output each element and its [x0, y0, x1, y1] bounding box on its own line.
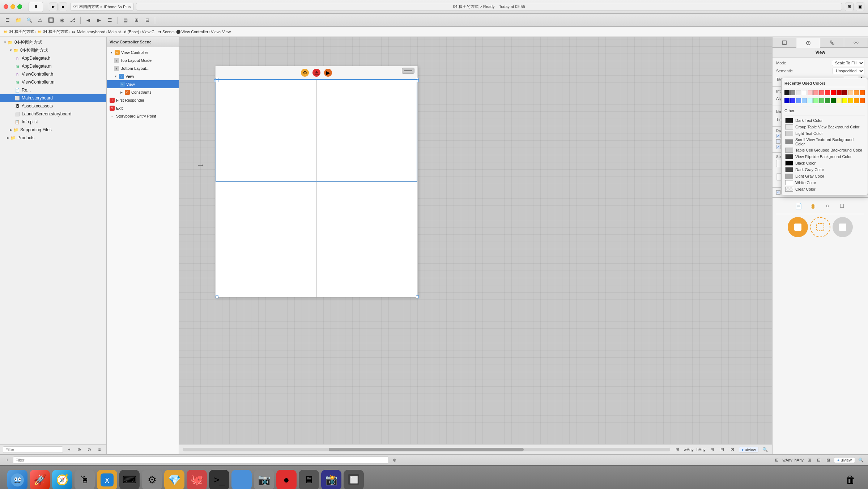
- scene-item-entry[interactable]: → Storyboard Entry Point: [107, 112, 179, 120]
- dock-xcode[interactable]: X: [97, 470, 117, 489]
- list-icon[interactable]: ≡: [95, 446, 103, 454]
- sidebar-item-assets[interactable]: 🖼 Assets.xcassets: [0, 102, 106, 110]
- circle-type-icon[interactable]: ○: [822, 200, 833, 212]
- swatch-3[interactable]: [796, 90, 801, 95]
- dock-monitor[interactable]: 🖥: [299, 470, 319, 489]
- zoom-bar-icon[interactable]: ⊟: [815, 456, 822, 464]
- size-bar-icon[interactable]: ⊞: [806, 456, 813, 464]
- bc-storyboard-base[interactable]: Main.st...d (Base): [108, 30, 139, 34]
- scene-item-firstresponder[interactable]: ! First Responder: [107, 96, 179, 104]
- file-type-icon[interactable]: 📄: [793, 200, 804, 212]
- lib-item-gray[interactable]: [833, 217, 853, 237]
- sidebar-item-appdelegate-h[interactable]: h AppDelegate.h: [0, 54, 106, 62]
- scene-item-view-inner[interactable]: V View: [107, 80, 179, 88]
- clears-check[interactable]: [776, 134, 780, 138]
- view-mode-3[interactable]: ⊟: [142, 16, 152, 25]
- layout-icon[interactable]: ⊠: [729, 446, 736, 453]
- swatch-r2-3[interactable]: [796, 98, 801, 103]
- swatch-r2-8[interactable]: [825, 98, 830, 103]
- dock-terminal2[interactable]: >_: [209, 470, 229, 489]
- swatch-4[interactable]: [802, 90, 807, 95]
- handle-bot-center[interactable]: [216, 295, 218, 298]
- swatch-r2-4[interactable]: [802, 98, 807, 103]
- color-light-text[interactable]: Light Text Color: [784, 131, 865, 136]
- fit-icon[interactable]: ⊟: [719, 446, 726, 453]
- cpd-other[interactable]: Other...: [784, 109, 865, 113]
- sidebar-item-re1[interactable]: 📄 Re...: [0, 86, 106, 94]
- dock-capture[interactable]: ●: [276, 470, 297, 489]
- breakpoint-icon[interactable]: ◉: [57, 16, 67, 25]
- scene-item-exit[interactable]: X Exit: [107, 104, 179, 112]
- color-group-table[interactable]: Group Table View Background Color: [784, 124, 865, 130]
- align-bar-icon[interactable]: ⊠: [825, 456, 832, 464]
- color-dark-gray[interactable]: Dark Gray Color: [784, 167, 865, 173]
- filter-bar-icon[interactable]: ⊕: [391, 456, 398, 464]
- vc-body[interactable]: [216, 79, 417, 297]
- scheme-selector[interactable]: 04-检图的方式 ▸ iPhone 6s Plus: [70, 3, 134, 10]
- sidebar-item-supporting[interactable]: ▶ 📁 Supporting Files: [0, 126, 106, 134]
- scene-item-view[interactable]: ▼ V View: [107, 72, 179, 80]
- dock-media[interactable]: 📷: [254, 470, 274, 489]
- swatch-r2-7[interactable]: [819, 98, 824, 103]
- dock-trash[interactable]: 🗑: [841, 470, 861, 489]
- dock-apple[interactable]: [231, 470, 252, 489]
- swatch-r2-9[interactable]: [831, 98, 836, 103]
- square-type-icon[interactable]: □: [836, 200, 848, 212]
- object-type-icon[interactable]: ◉: [807, 200, 819, 212]
- sidebar-toggle-icon[interactable]: ☰: [3, 16, 12, 25]
- canvas-content[interactable]: → ⚙ ⚠ ▶ ═══: [179, 37, 772, 444]
- color-clear[interactable]: Clear Color: [784, 186, 865, 192]
- dock-pirate[interactable]: 🐙: [187, 470, 207, 489]
- color-table-cell-grouped[interactable]: Table Cell Grouped Background Color: [784, 147, 865, 153]
- bc-storyboard[interactable]: 🗂 Main.storyboard: [71, 29, 106, 34]
- color-white[interactable]: White Color: [784, 180, 865, 186]
- dock-camera2[interactable]: 📸: [321, 470, 341, 489]
- swatch-5[interactable]: [808, 90, 813, 95]
- nav-list-icon[interactable]: ☰: [105, 16, 115, 25]
- uiview-button[interactable]: ● uiview: [739, 447, 758, 452]
- dock-finder[interactable]: [7, 470, 27, 489]
- installed-check[interactable]: [776, 190, 780, 195]
- swatch-12[interactable]: [848, 90, 853, 95]
- sidebar-item-infoplist[interactable]: 📋 Info.plist: [0, 118, 106, 126]
- scene-item-constraints[interactable]: ▶ C Constraints: [107, 88, 179, 96]
- any-width-icon[interactable]: ⊞: [773, 456, 780, 464]
- tab-connections[interactable]: [844, 38, 868, 47]
- mode-select[interactable]: Scale To Fill: [832, 60, 864, 66]
- close-button[interactable]: [4, 4, 8, 9]
- dock-icons[interactable]: 🔲: [344, 470, 364, 489]
- horizontal-scrollbar[interactable]: [183, 448, 670, 451]
- inspector-toggle-icon[interactable]: ▣: [856, 3, 864, 11]
- vc-red-icon[interactable]: ⚠: [312, 69, 320, 77]
- autoresize-check[interactable]: [776, 145, 780, 149]
- view-mode-2[interactable]: ⊞: [132, 16, 141, 25]
- sidebar-item-viewcontroller-h[interactable]: h ViewController.h: [0, 70, 106, 78]
- bottom-search-input[interactable]: [13, 456, 389, 464]
- warning-icon[interactable]: ⚠: [35, 16, 45, 25]
- search-icon[interactable]: 🔍: [25, 16, 34, 25]
- bc-vc[interactable]: ⬤ View Controller: [176, 29, 208, 34]
- dock-mouse[interactable]: 🖱: [75, 470, 95, 489]
- add-file-bar-icon[interactable]: +: [4, 456, 11, 464]
- lib-item-yellow[interactable]: [788, 217, 808, 237]
- search-canvas-icon[interactable]: 🔍: [761, 446, 769, 453]
- panel-toggle-icon[interactable]: ⊞: [845, 3, 854, 11]
- maximize-button[interactable]: [17, 4, 22, 9]
- view-mode-1[interactable]: ▤: [121, 16, 130, 25]
- pause-button[interactable]: ⏸: [29, 2, 43, 12]
- handle-mid-center[interactable]: [216, 79, 218, 82]
- swatch-r2-11[interactable]: [842, 98, 847, 103]
- minimize-button[interactable]: [10, 4, 15, 9]
- swatch-7[interactable]: [819, 90, 824, 95]
- sidebar-search-input[interactable]: [3, 446, 63, 453]
- color-dark-text[interactable]: Dark Text Color: [784, 118, 865, 123]
- filter-icon[interactable]: ⊕: [75, 446, 83, 454]
- handle-bot-right[interactable]: [416, 295, 419, 298]
- swatch-1[interactable]: [784, 90, 790, 95]
- swatch-r2-10[interactable]: [837, 98, 842, 103]
- history-icon[interactable]: ⊚: [85, 446, 93, 454]
- nav-back-icon[interactable]: ◀: [84, 16, 93, 25]
- nav-forward-icon[interactable]: ▶: [94, 16, 104, 25]
- scene-item-bottomlayout[interactable]: B Bottom Layout...: [107, 64, 179, 72]
- semantic-select[interactable]: Unspecified: [833, 68, 864, 74]
